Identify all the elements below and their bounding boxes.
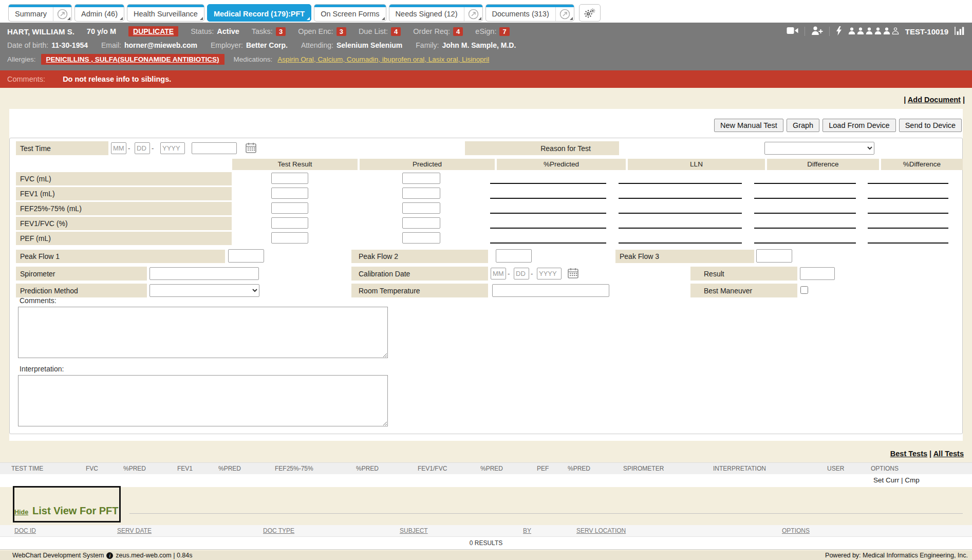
best-tests-link[interactable]: Best Tests [890, 450, 927, 458]
results-col-fvc: FVC [86, 465, 123, 472]
best-maneuver-checkbox[interactable] [800, 286, 808, 294]
results-col-pct-pred-4: %PRED [480, 465, 537, 472]
popout-icon[interactable] [464, 7, 482, 20]
reason-for-test-select[interactable] [764, 142, 874, 155]
serv-date-sort-link[interactable]: SERV DATE [117, 527, 152, 534]
by-sort-link[interactable]: BY [523, 527, 531, 534]
due-list-count-badge[interactable]: 4 [391, 27, 401, 36]
attending-field: Attending: Selenium Selenium [301, 41, 402, 49]
options-sort-link[interactable]: OPTIONS [782, 527, 810, 534]
doc-col-serv-date: SERV DATE [117, 527, 263, 534]
test-time-month-input[interactable] [111, 142, 126, 154]
peak-flow-1-input[interactable] [228, 249, 264, 263]
tab-admin[interactable]: Admin (46) [74, 4, 124, 22]
fev1-pct-predicted-line [490, 187, 606, 199]
new-manual-test-button[interactable]: New Manual Test [714, 119, 783, 132]
test-time-time-input[interactable] [192, 142, 237, 154]
form-comments-textarea[interactable] [18, 307, 388, 358]
allergies-badge[interactable]: PENICILLINS , SULFA(SULFONAMIDE ANTIBIOT… [41, 54, 225, 65]
fef-difference-line [754, 202, 856, 214]
row-label-fvc: FVC (mL) [16, 172, 232, 185]
calendar-icon[interactable] [246, 142, 256, 155]
info-icon[interactable]: i [106, 552, 113, 559]
set-curr-link[interactable]: Set Curr [873, 476, 899, 484]
load-from-device-button[interactable]: Load From Device [823, 119, 895, 132]
fvc-predicted-input[interactable] [402, 173, 440, 184]
tab-needs-signed[interactable]: Needs Signed (12) [389, 4, 483, 22]
fev1-test-result-input[interactable] [271, 188, 308, 199]
add-document-link[interactable]: Add Document [908, 96, 961, 104]
patient-outline-icon [892, 27, 899, 36]
calibration-year-input[interactable] [537, 268, 562, 279]
fev1-difference-line [754, 187, 856, 199]
test-time-year-input[interactable] [160, 142, 185, 154]
open-enc-count-badge[interactable]: 3 [337, 27, 346, 36]
tab-health-surveillance[interactable]: Health Surveillance [127, 4, 204, 22]
calibration-day-input[interactable] [514, 268, 529, 279]
order-req-count-badge[interactable]: 4 [453, 27, 463, 36]
doc-col-serv-location: SERV LOCATION [576, 527, 782, 534]
tab-label: Admin (46) [75, 8, 124, 18]
result-input[interactable] [800, 267, 835, 280]
medication-link[interactable]: Aspirin Oral [277, 55, 317, 63]
pft-form-panel: Test Time Reason for Test Test Result Pr… [9, 138, 963, 434]
spirometer-input[interactable] [149, 267, 259, 280]
column-header-predicted: Predicted [360, 159, 495, 170]
medication-link[interactable]: Lasix oral [428, 55, 462, 63]
order-req-label: Order Req: [413, 27, 450, 35]
fev1-pct-difference-line [868, 187, 948, 199]
bar-chart-icon[interactable] [955, 27, 965, 36]
test-time-day-input[interactable] [135, 142, 150, 154]
duplicate-flag[interactable]: DUPLICATE [128, 26, 178, 36]
prediction-method-select[interactable] [149, 284, 259, 297]
fev1-fvc-predicted-input[interactable] [402, 217, 440, 229]
esign-count-badge[interactable]: 7 [499, 27, 509, 36]
fev1-predicted-input[interactable] [402, 188, 440, 199]
interpretation-textarea[interactable] [18, 375, 388, 426]
doc-id-sort-link[interactable]: DOC ID [14, 527, 36, 534]
family-label: Family: [416, 41, 439, 49]
fef-test-result-input[interactable] [271, 202, 308, 214]
allergies-label: Allergies: [7, 55, 36, 63]
lightning-icon[interactable] [836, 26, 842, 37]
doc-col-doc-type: DOC TYPE [263, 527, 400, 534]
peak-flow-3-input[interactable] [756, 249, 792, 263]
peak-flow-3-label: Peak Flow 3 [615, 250, 754, 263]
tab-summary[interactable]: Summary [8, 4, 72, 22]
all-tests-link[interactable]: All Tests [933, 450, 964, 458]
tasks-count-badge[interactable]: 3 [276, 27, 286, 36]
tab-on-screen-forms[interactable]: On Screen Forms [314, 4, 386, 22]
popout-icon[interactable] [53, 7, 71, 20]
calibration-month-input[interactable] [491, 268, 506, 279]
medications-list: Aspirin Oral Calcium Coumadin ibuprofen … [277, 55, 489, 63]
spirometer-label: Spirometer [16, 267, 147, 281]
calendar-icon[interactable] [568, 268, 578, 281]
medication-link[interactable]: Lisinopril [462, 55, 489, 63]
settings-button[interactable] [579, 4, 601, 22]
video-camera-icon[interactable] [787, 27, 798, 36]
cmp-link[interactable]: Cmp [905, 476, 920, 484]
results-options: Set CurrCmp [873, 476, 920, 484]
tab-medical-record[interactable]: Medical Record (179):PFT [207, 4, 311, 22]
send-to-device-button[interactable]: Send to Device [899, 119, 962, 132]
subject-sort-link[interactable]: SUBJECT [400, 527, 428, 534]
date-separator [508, 270, 510, 277]
column-header-pct-predicted: %Predicted [497, 159, 626, 170]
tab-documents[interactable]: Documents (313) [485, 4, 574, 22]
fvc-test-result-input[interactable] [271, 173, 308, 184]
medication-link[interactable]: Coumadin [347, 55, 382, 63]
medication-link[interactable]: ibuprofen oral [382, 55, 428, 63]
fef-predicted-input[interactable] [402, 202, 440, 214]
peak-flow-2-input[interactable] [496, 249, 532, 263]
pef-test-result-input[interactable] [271, 232, 308, 244]
serv-location-sort-link[interactable]: SERV LOCATION [576, 527, 626, 534]
fev1-fvc-test-result-input[interactable] [271, 217, 308, 229]
popout-icon[interactable] [556, 7, 574, 20]
add-person-icon[interactable] [811, 26, 823, 36]
pef-predicted-input[interactable] [402, 232, 440, 244]
graph-button[interactable]: Graph [787, 119, 819, 132]
reason-for-test-label: Reason for Test [465, 141, 619, 155]
medication-link[interactable]: Calcium [317, 55, 346, 63]
doc-type-sort-link[interactable]: DOC TYPE [263, 527, 294, 534]
room-temperature-input[interactable] [492, 284, 609, 297]
